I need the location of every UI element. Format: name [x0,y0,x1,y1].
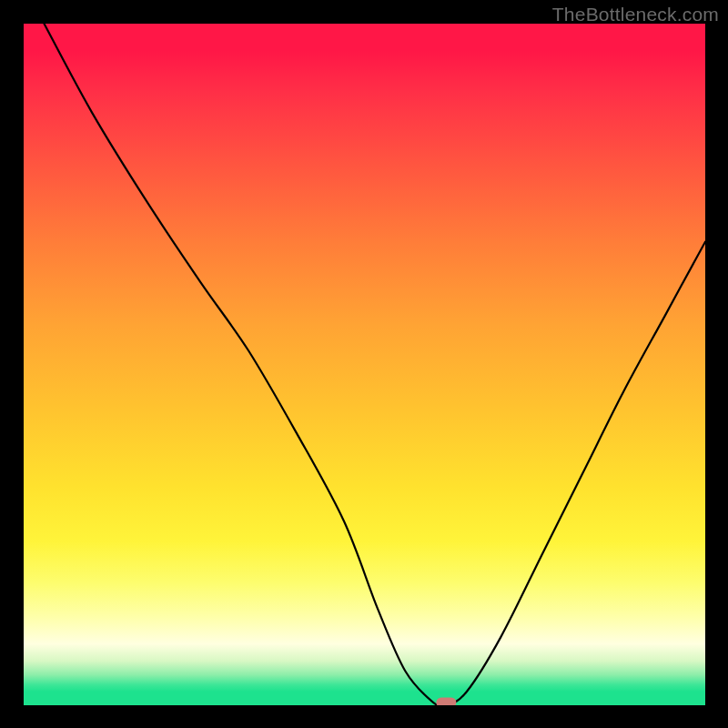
chart-frame: TheBottleneck.com [0,0,728,728]
watermark-text: TheBottleneck.com [552,4,719,25]
plot-area [24,24,705,705]
heat-gradient-background [24,24,705,705]
